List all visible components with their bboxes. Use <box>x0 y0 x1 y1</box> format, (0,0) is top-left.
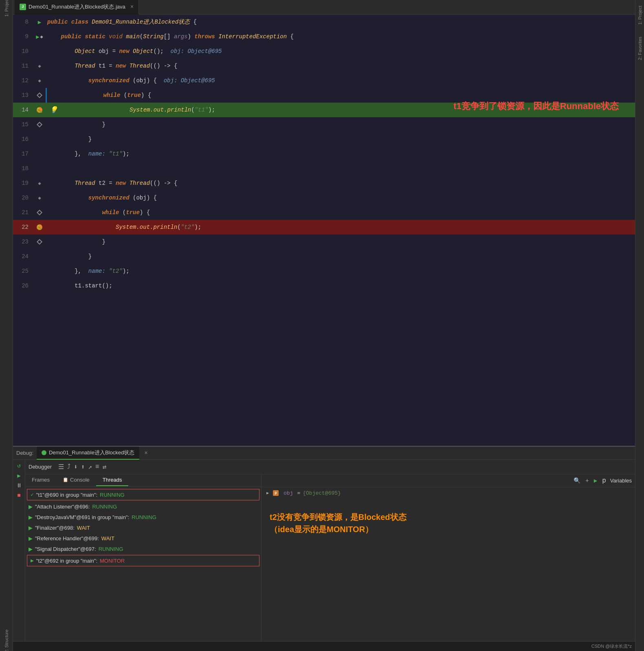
code-20: synchronized (obj) { <box>46 195 157 201</box>
diamond-outline-13 <box>37 92 42 98</box>
code-14: 💡 System.out.println("t1"); <box>46 106 215 114</box>
var-expand-icon[interactable]: ▶ <box>266 491 269 495</box>
breakpoint-14[interactable]: 🐛 <box>37 107 42 113</box>
thread-destroy-name: "DestroyJavaVM"@691 in group "main": <box>35 514 129 520</box>
tab-threads[interactable]: Threads <box>96 474 129 486</box>
add-watch-icon[interactable]: + <box>585 478 589 484</box>
debug-left-bar: ↺ ▶ ⏸ ■ <box>13 460 25 641</box>
right-sidebar-label-1[interactable]: 1: Project <box>637 6 642 24</box>
sidebar-icon-project[interactable]: 1: Project <box>1 2 12 13</box>
annotation-top-text: t1竞争到了锁资源，因此是Runnable状态 <box>453 101 619 111</box>
debug-tab-label: Demo01_Runnable进入Blocked状态 <box>49 449 134 456</box>
editor-tab[interactable]: J Demo01_Runnable进入Blocked状态.java × <box>15 0 139 15</box>
code-container: 8 ▶ public class Demo01_Runnable进入Blocke… <box>13 15 635 446</box>
class-name: Demo01_Runnable进入Blocked状态 <box>92 18 193 26</box>
line-num-8: 8 <box>13 19 33 25</box>
line-num-23: 23 <box>13 239 33 245</box>
line-num-25: 25 <box>13 268 33 274</box>
thread-item-refhandler[interactable]: ▶ "Reference Handler"@699: WAIT <box>25 533 261 544</box>
toolbar-runcursor[interactable]: ↗ <box>88 463 92 471</box>
toolbar-evaluate[interactable]: ≡ <box>95 463 99 471</box>
diamond-outline-23 <box>37 239 42 245</box>
toolbar-stepover[interactable]: ⤴ <box>67 463 70 471</box>
pause-btn[interactable]: ⏸ <box>16 482 22 489</box>
line-num-22: 22 <box>13 224 33 230</box>
thread-item-destroy[interactable]: ▶ "DestroyJavaVM"@691 in group "main": R… <box>25 512 261 522</box>
variables-label: Variables <box>610 478 632 484</box>
code-line-23: 23 } <box>13 235 635 249</box>
debug-header: Debug: Demo01_Runnable进入Blocked状态 × <box>13 447 635 460</box>
code-line-8: 8 ▶ public class Demo01_Runnable进入Blocke… <box>13 15 635 29</box>
thread-signal-status: RUNNING <box>99 546 123 552</box>
code-8: public class Demo01_Runnable进入Blocked状态 … <box>46 18 197 26</box>
stop-btn[interactable]: ■ <box>17 492 20 499</box>
code-17: }, name: "t1"); <box>46 151 130 157</box>
code-23: } <box>46 239 106 245</box>
diamond-outline-21 <box>37 210 42 215</box>
thread-attach-icon: ▶ <box>29 504 33 510</box>
thread-item-finalizer[interactable]: ▶ "Finalizer"@698: WAIT <box>25 522 261 533</box>
diamond-19: ◆ <box>38 180 41 186</box>
panel-tabs: Frames 📋 Console Threads <box>25 474 261 487</box>
code-line-26: 26 t1.start(); <box>13 278 635 293</box>
tab-bar: J Demo01_Runnable进入Blocked状态.java × <box>13 0 635 15</box>
annotation-top: t1竞争到了锁资源，因此是Runnable状态 <box>453 100 619 112</box>
run-arrow-9[interactable]: ▶ <box>36 33 39 40</box>
gutter-12: ◆ <box>33 78 46 84</box>
right-sidebar-label-2[interactable]: 2: Favorites <box>637 37 642 60</box>
line-num-11: 11 <box>13 63 33 69</box>
kw-class: class <box>71 19 92 25</box>
code-line-12: 12 ◆ synchronized (obj) { obj: Object@69… <box>13 73 635 88</box>
debug-session-tab[interactable]: Demo01_Runnable进入Blocked状态 <box>37 447 139 460</box>
code-line-9: 9 ▶ ◆ public static void main(String[] a… <box>13 29 635 44</box>
expand-icon[interactable]: ▶ <box>594 477 597 484</box>
run-arrow-8[interactable]: ▶ <box>38 19 41 26</box>
debug-toolbar: Debugger ☰ ⤴ ⬇ ⬆ ↗ ≡ ⇄ <box>25 460 635 474</box>
toolbar-stepinto[interactable]: ⬇ <box>74 463 78 471</box>
code-line-17: 17 }, name: "t1"); <box>13 147 635 161</box>
line-num-14: 14 <box>13 107 33 113</box>
thread-finalizer-icon: ▶ <box>29 525 33 531</box>
thread-t2-icon: ▶ <box>31 557 34 564</box>
code-line-10: 10 Object obj = new Object(); obj: Objec… <box>13 44 635 59</box>
thread-t1-check: ✓ <box>31 491 34 498</box>
annotation-bottom: t2没有竞争到锁资源，是Blocked状态 （idea显示的是MONITOR） <box>262 511 635 535</box>
tab-console-label: Console <box>70 477 90 483</box>
toolbar-restore[interactable]: ⇄ <box>103 463 107 471</box>
debug-split: Frames 📋 Console Threads ✓ <box>25 474 635 641</box>
code-line-20: 20 ◆ synchronized (obj) { <box>13 191 635 205</box>
thread-item-signal[interactable]: ▶ "Signal Dispatcher"@697: RUNNING <box>25 544 261 554</box>
debug-tab-close[interactable]: × <box>144 450 147 456</box>
code-21: while (true) { <box>46 209 150 216</box>
gutter-19: ◆ <box>33 180 46 186</box>
code-22: System.out.println("t2"); <box>46 224 201 230</box>
threads-panel: Frames 📋 Console Threads ✓ <box>25 474 262 641</box>
thread-item-attach[interactable]: ▶ "Attach Listener"@696: RUNNING <box>25 501 261 512</box>
thread-t1-name: "t1"@690 in group "main": <box>36 492 97 498</box>
tab-close[interactable]: × <box>130 4 134 10</box>
play-btn[interactable]: ▶ <box>17 472 20 479</box>
filter-icon[interactable]: 🔍 <box>574 477 580 484</box>
variables-panel: 🔍 + ▶ p Variables ▶ p obj = <box>262 474 635 641</box>
session-icon <box>42 450 46 455</box>
code-24: } <box>46 253 92 260</box>
thread-signal-icon: ▶ <box>29 546 33 552</box>
debug-panel: Debug: Demo01_Runnable进入Blocked状态 × ↺ ▶ … <box>13 446 635 641</box>
thread-destroy-icon: ▶ <box>29 514 33 520</box>
toolbar-list[interactable]: ☰ <box>58 463 64 471</box>
toolbar-stepout[interactable]: ⬆ <box>81 463 85 471</box>
line-num-16: 16 <box>13 136 33 142</box>
line-num-9: 9 <box>13 33 33 40</box>
diamond-20: ◆ <box>38 195 41 201</box>
resume-btn[interactable]: ↺ <box>17 462 20 469</box>
sidebar-icon-structure[interactable]: 2: Structure <box>1 636 12 647</box>
breakpoint-22[interactable]: 🐛 <box>37 224 42 230</box>
thread-item-t1[interactable]: ✓ "t1"@690 in group "main": RUNNING <box>27 489 259 500</box>
debugger-label: Debugger <box>29 464 52 470</box>
thread-refhandler-status: WAIT <box>101 535 114 541</box>
tab-frames[interactable]: Frames <box>25 474 56 486</box>
code-line-18: 18 <box>13 161 635 176</box>
code-line-16: 16 } <box>13 132 635 147</box>
tab-console[interactable]: 📋 Console <box>56 474 96 486</box>
thread-item-t2[interactable]: ▶ "t2"@692 in group "main": MONITOR <box>27 555 259 566</box>
